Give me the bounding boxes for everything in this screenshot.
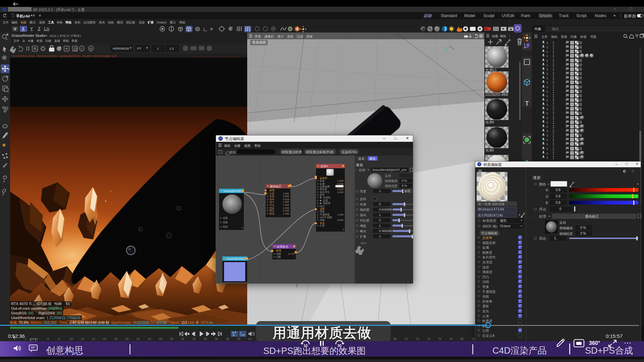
svg-text:10: 10 — [304, 344, 308, 348]
svg-text:1: 1 — [546, 76, 548, 80]
svg-text:?: ? — [571, 107, 573, 111]
svg-text:?: ? — [571, 103, 573, 106]
svg-text:?: ? — [571, 68, 573, 71]
svg-text:R: R — [34, 47, 36, 51]
svg-text:1: 1 — [546, 63, 548, 67]
svg-text:?: ? — [571, 50, 573, 53]
svg-text:?: ? — [571, 147, 573, 150]
svg-text:1: 1 — [546, 54, 548, 58]
svg-text:1: 1 — [546, 41, 548, 45]
svg-text:1: 1 — [546, 142, 548, 146]
svg-text:1: 1 — [546, 85, 548, 89]
svg-text:?: ? — [571, 41, 573, 45]
svg-text:?: ? — [571, 138, 573, 141]
svg-text:1: 1 — [546, 121, 548, 124]
svg-text:1: 1 — [546, 134, 548, 137]
svg-text:1: 1 — [546, 94, 548, 98]
svg-text:?: ? — [571, 90, 573, 93]
svg-text:?: ? — [571, 99, 573, 102]
svg-text:?: ? — [571, 59, 573, 62]
svg-text:1:00: 1:00 — [240, 334, 245, 336]
svg-text:1: 1 — [546, 147, 548, 150]
svg-text:1: 1 — [546, 59, 548, 62]
svg-text:?: ? — [571, 76, 573, 80]
svg-text:1: 1 — [546, 50, 548, 53]
svg-text:1: 1 — [546, 129, 548, 133]
svg-text:?: ? — [571, 125, 573, 128]
svg-text:?: ? — [571, 94, 573, 98]
svg-text:2: 2 — [240, 331, 241, 334]
svg-text:1: 1 — [546, 138, 548, 141]
svg-text:1: 1 — [546, 125, 548, 128]
svg-text:1: 1 — [546, 81, 548, 84]
svg-text:F: F — [81, 47, 83, 50]
svg-text:1: 1 — [546, 46, 548, 49]
svg-text:M: M — [90, 47, 92, 50]
svg-text:1: 1 — [546, 152, 548, 155]
svg-text:1: 1 — [546, 68, 548, 71]
svg-text:30: 30 — [337, 344, 341, 348]
svg-text:A: A — [296, 27, 298, 31]
svg-text:1: 1 — [546, 99, 548, 102]
svg-text:?: ? — [571, 63, 573, 67]
svg-text:?: ? — [571, 134, 573, 137]
svg-text:1: 1 — [546, 90, 548, 93]
svg-text:?: ? — [571, 72, 573, 75]
svg-text:▲▼: ▲▼ — [232, 331, 236, 334]
svg-text:?: ? — [571, 81, 573, 84]
svg-text:?: ? — [571, 85, 573, 89]
svg-text:?: ? — [571, 112, 573, 115]
svg-text:?: ? — [571, 54, 573, 58]
svg-text:1: 1 — [546, 107, 548, 111]
svg-text:1: 1 — [546, 103, 548, 106]
svg-text:?: ? — [571, 129, 573, 133]
svg-text:31: 31 — [232, 334, 235, 336]
svg-text:T: T — [525, 100, 529, 107]
svg-text:?: ? — [571, 46, 573, 49]
svg-text:?: ? — [571, 116, 573, 120]
svg-text:1: 1 — [546, 156, 548, 159]
svg-text:1: 1 — [546, 112, 548, 115]
svg-text:?: ? — [571, 121, 573, 124]
svg-text:?: ? — [571, 152, 573, 155]
svg-text:?: ? — [571, 142, 573, 146]
svg-text:?: ? — [571, 156, 573, 159]
svg-text:1: 1 — [546, 72, 548, 75]
svg-text:1: 1 — [546, 116, 548, 120]
